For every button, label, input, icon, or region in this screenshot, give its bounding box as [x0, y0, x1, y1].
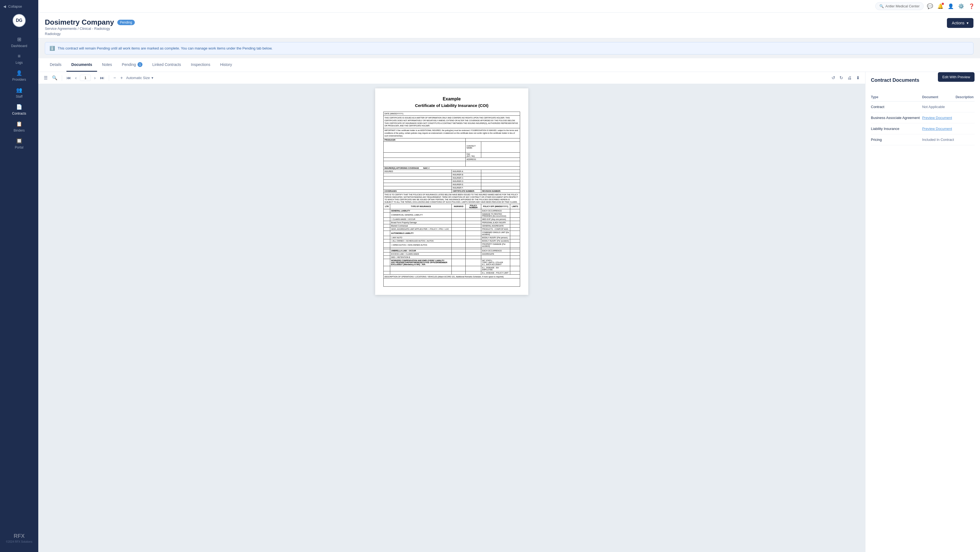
doc-document-liability[interactable]: Preview Document [922, 123, 955, 134]
rotate-cw-btn[interactable]: ↻ [838, 74, 844, 81]
tab-notes[interactable]: Notes [97, 58, 117, 72]
alert-banner: ℹ️ This contract will remain Pending unt… [45, 42, 974, 54]
sidebar-item-binders[interactable]: 📋 Binders [0, 118, 38, 135]
doc-desc-pricing [956, 134, 975, 145]
doc-page: Example Certificate of Liability Insuran… [375, 88, 528, 295]
preview-doc-baa-link[interactable]: Preview Document [922, 116, 952, 120]
last-page-btn[interactable]: ⏭ [99, 74, 105, 81]
zoom-dropdown-icon: ▾ [151, 76, 153, 80]
sub-breadcrumb: Radiology [45, 32, 135, 36]
sidebar-item-label: Logs [16, 61, 23, 65]
right-panel: Contract Documents Edit With Preview Typ… [865, 72, 980, 552]
chevron-down-icon: ▾ [967, 21, 969, 25]
download-btn[interactable]: ⬇ [855, 74, 861, 81]
doc-type-liability: Liability Insurance [871, 123, 922, 134]
sidebar-item-logs[interactable]: ≡ Logs [0, 51, 38, 67]
toolbar-separator-2 [109, 75, 109, 81]
sidebar-item-contracts[interactable]: 📄 Contracts [0, 101, 38, 118]
search-bar[interactable]: 🔍 Antler Medical Center [875, 2, 924, 10]
alert-message: This contract will remain Pending until … [58, 46, 272, 50]
topbar: 🔍 Antler Medical Center 💬 🔔 👤 ⚙️ ❓ [38, 0, 980, 13]
help-icon[interactable]: ❓ [969, 3, 975, 9]
table-row: Business Associate Agreement Preview Doc… [871, 112, 975, 123]
zoom-in-btn[interactable]: + [119, 74, 124, 81]
tab-documents-label: Documents [72, 62, 92, 67]
status-badge: Pending [117, 20, 135, 25]
tab-pending-label: Pending [122, 62, 136, 67]
doc-document-contract: Not Applicable [922, 102, 955, 112]
doc-page-subtitle: Certificate of Liability Insurance (COI) [383, 103, 520, 108]
col-document-header: Document [922, 93, 955, 102]
sidebar-item-label: Contracts [12, 112, 26, 115]
sidebar-footer: RFX ©2024 RFX Solutions [6, 528, 32, 548]
copyright: ©2024 RFX Solutions [6, 540, 32, 543]
content-area: ☰ 🔍 ⏮ ‹ › ⏭ − + Automatic Size ▾ ↺ ↻ 🖨 [38, 72, 980, 552]
settings-icon[interactable]: ⚙️ [958, 3, 964, 9]
next-page-btn[interactable]: › [93, 74, 97, 81]
coi-form-table: DATE (MM/DD/YYYY) THIS CERTIFICATE IS IS… [383, 112, 520, 287]
toggle-sidebar-btn[interactable]: ☰ [43, 74, 49, 81]
doc-document-pricing: Included In Contract [922, 134, 955, 145]
collapse-button[interactable]: ◀ Collapse [0, 4, 38, 8]
contract-info: Dosimetry Company Pending Service Agreem… [45, 18, 135, 36]
doc-desc-baa [956, 112, 975, 123]
tab-details[interactable]: Details [45, 58, 67, 72]
search-doc-btn[interactable]: 🔍 [51, 74, 59, 81]
tab-pending[interactable]: Pending 1 [117, 58, 147, 72]
page-input[interactable] [80, 75, 91, 81]
user-icon[interactable]: 👤 [948, 3, 954, 9]
doc-type-pricing: Pricing [871, 134, 922, 145]
doc-document-baa[interactable]: Preview Document [922, 112, 955, 123]
portal-icon: 🔲 [16, 138, 22, 144]
collapse-arrow-icon: ◀ [3, 4, 6, 8]
table-row: Contract Not Applicable [871, 102, 975, 112]
sidebar-item-portal[interactable]: 🔲 Portal [0, 135, 38, 152]
tab-inspections[interactable]: Inspections [186, 58, 215, 72]
main-content: 🔍 Antler Medical Center 💬 🔔 👤 ⚙️ ❓ Dosim… [38, 0, 980, 552]
print-btn[interactable]: 🖨 [846, 74, 853, 81]
page-header: Dosimetry Company Pending Service Agreem… [38, 13, 980, 38]
staff-icon: 👥 [16, 87, 22, 93]
table-row: Liability Insurance Preview Document [871, 123, 975, 134]
doc-toolbar: ☰ 🔍 ⏮ ‹ › ⏭ − + Automatic Size ▾ ↺ ↻ 🖨 [38, 72, 865, 84]
tab-details-label: Details [50, 62, 62, 67]
breadcrumb: Service Agreements / Clinical - Radiolog… [45, 27, 135, 30]
search-value: Antler Medical Center [885, 4, 920, 8]
collapse-label: Collapse [8, 4, 22, 8]
search-icon: 🔍 [880, 4, 884, 8]
pending-badge: 1 [138, 62, 142, 67]
document-viewer: ☰ 🔍 ⏮ ‹ › ⏭ − + Automatic Size ▾ ↺ ↻ 🖨 [38, 72, 865, 552]
actions-button[interactable]: Actions ▾ [947, 18, 974, 28]
edit-with-preview-button[interactable]: Edit With Preview [938, 72, 975, 82]
dashboard-icon: ⊞ [17, 37, 21, 42]
contract-title: Dosimetry Company Pending [45, 18, 135, 27]
zoom-label: Automatic Size [126, 76, 150, 80]
tab-inspections-label: Inspections [191, 62, 210, 67]
actions-label: Actions [952, 21, 964, 25]
toolbar-separator [62, 75, 62, 81]
rotate-ccw-btn[interactable]: ↺ [830, 74, 836, 81]
tab-notes-label: Notes [102, 62, 112, 67]
notifications-icon[interactable]: 🔔 [937, 3, 943, 9]
sidebar-item-dashboard[interactable]: ⊞ Dashboard [0, 34, 38, 51]
tab-history[interactable]: History [215, 58, 237, 72]
sidebar-item-label: Portal [15, 145, 23, 149]
sidebar-item-staff[interactable]: 👥 Staff [0, 84, 38, 101]
preview-doc-liability-link[interactable]: Preview Document [922, 127, 952, 131]
prev-page-btn[interactable]: ‹ [74, 74, 78, 81]
tab-history-label: History [220, 62, 232, 67]
zoom-selector[interactable]: Automatic Size ▾ [126, 76, 153, 80]
contract-title-text: Dosimetry Company [45, 18, 114, 27]
right-panel-title: Contract Documents [871, 77, 919, 83]
col-type-header: Type [871, 93, 922, 102]
zoom-out-btn[interactable]: − [112, 74, 117, 81]
avatar: DG [13, 14, 26, 27]
logo: RFX [14, 533, 25, 539]
tab-documents[interactable]: Documents [67, 58, 97, 72]
tab-linked-contracts[interactable]: Linked Contracts [147, 58, 186, 72]
first-page-btn[interactable]: ⏮ [65, 74, 72, 81]
sidebar-item-providers[interactable]: 👤 Providers [0, 67, 38, 84]
chat-icon[interactable]: 💬 [927, 3, 933, 9]
binders-icon: 📋 [16, 121, 22, 127]
notification-dot [942, 3, 944, 5]
